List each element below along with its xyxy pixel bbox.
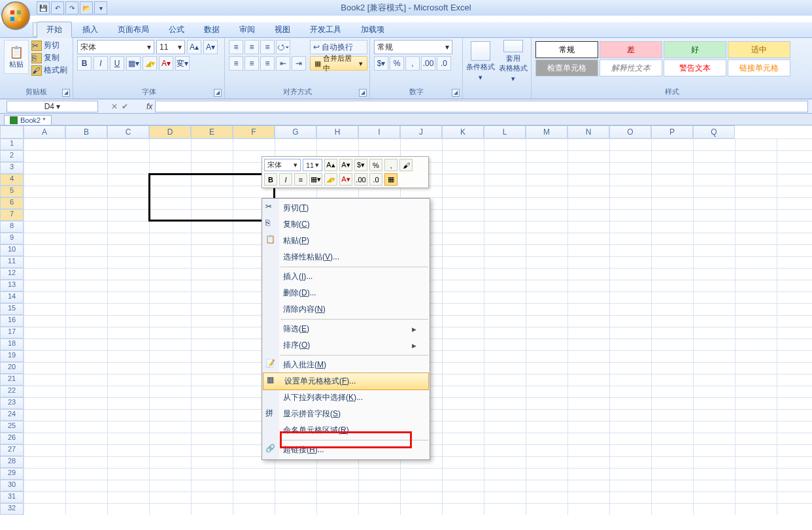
row-header-6[interactable]: 6 [0, 197, 24, 209]
row-header-7[interactable]: 7 [0, 209, 24, 221]
format-painter-button[interactable]: 🖌格式刷 [31, 65, 67, 76]
row-header-28[interactable]: 28 [0, 456, 24, 468]
mini-dec-dec[interactable]: .0 [369, 173, 382, 186]
row-header-9[interactable]: 9 [0, 233, 24, 244]
context-item-从下拉列表中选择[interactable]: 从下拉列表中选择(K)... [262, 389, 430, 406]
col-header-L[interactable]: L [484, 125, 526, 139]
col-header-Q[interactable]: Q [693, 125, 735, 139]
row-header-11[interactable]: 11 [0, 256, 24, 268]
row-header-12[interactable]: 12 [0, 268, 24, 280]
styles-gallery[interactable]: 常规差好适中检查单元格解释性文本警告文本链接单元格 [535, 41, 808, 76]
enter-icon[interactable]: ✔ [122, 102, 128, 111]
name-box[interactable]: D4 ▾ [7, 101, 98, 112]
style-cell-7[interactable]: 链接单元格 [728, 59, 790, 76]
fill-color-button[interactable]: ◢▾ [143, 56, 157, 71]
tab-dev[interactable]: 开发工具 [301, 22, 350, 37]
row-header-32[interactable]: 32 [0, 503, 24, 515]
tab-view[interactable]: 视图 [265, 22, 299, 37]
qat-undo[interactable]: ↶ [51, 1, 64, 14]
row-header-4[interactable]: 4 [0, 174, 24, 186]
row-header-25[interactable]: 25 [0, 421, 24, 433]
col-header-F[interactable]: F [233, 125, 275, 139]
mini-font-combo[interactable]: 宋体▾ [264, 159, 301, 171]
row-header-31[interactable]: 31 [0, 491, 24, 503]
row-header-8[interactable]: 8 [0, 221, 24, 233]
row-header-1[interactable]: 1 [0, 139, 24, 150]
orientation-button[interactable]: ⭯▾ [276, 40, 290, 54]
mini-format-painter[interactable]: 🖌 [399, 159, 413, 171]
context-item-粘贴[interactable]: 粘贴(P)📋 [262, 233, 430, 249]
increase-font-button[interactable]: A▴ [187, 40, 201, 54]
font-color-button[interactable]: A▾ [159, 56, 173, 71]
col-header-M[interactable]: M [526, 125, 567, 139]
row-header-30[interactable]: 30 [0, 480, 24, 491]
tab-addins[interactable]: 加载项 [352, 22, 394, 37]
tab-review[interactable]: 审阅 [230, 22, 264, 37]
percent-button[interactable]: % [390, 56, 404, 71]
style-cell-2[interactable]: 好 [664, 41, 726, 58]
tab-insert[interactable]: 插入 [73, 22, 107, 37]
border-button[interactable]: ▦▾ [126, 56, 141, 71]
row-header-17[interactable]: 17 [0, 327, 24, 339]
mini-fontcolor[interactable]: A▾ [339, 173, 352, 186]
context-item-复制[interactable]: 复制(C)⎘ [262, 216, 430, 233]
col-header-I[interactable]: I [358, 125, 400, 139]
merge-center-button[interactable]: ▦ 合并后居中 ▾ [310, 56, 367, 71]
font-launcher[interactable]: ◢ [214, 89, 222, 97]
align-center-button[interactable]: ≡ [245, 56, 259, 71]
wrap-text-button[interactable]: ↩ 自动换行 [310, 40, 367, 54]
tab-data[interactable]: 数据 [195, 22, 229, 37]
col-header-G[interactable]: G [275, 125, 316, 139]
context-item-剪切[interactable]: 剪切(T)✂ [262, 200, 430, 216]
align-right-button[interactable]: ≡ [260, 56, 275, 71]
col-header-O[interactable]: O [609, 125, 651, 139]
qat-redo[interactable]: ↷ [65, 1, 78, 14]
col-header-D[interactable]: D [149, 125, 191, 139]
col-header-B[interactable]: B [65, 125, 107, 139]
cells-area[interactable]: 宋体▾ 11▾ A▴ A▾ $▾ % , 🖌 B I ≡ ▦▾ ◢▾ A▾ .0… [24, 139, 812, 515]
context-item-设置单元格格式[interactable]: 设置单元格格式(F)...▦ [263, 373, 429, 390]
context-item-删除[interactable]: 删除(D)... [262, 285, 430, 301]
row-header-14[interactable]: 14 [0, 291, 24, 303]
copy-button[interactable]: ⎘复制 [31, 52, 67, 63]
mini-shrink-font[interactable]: A▾ [339, 159, 352, 171]
qat-more[interactable]: ▾ [94, 1, 107, 14]
col-header-A[interactable]: A [24, 125, 65, 139]
underline-button[interactable]: U [110, 56, 124, 71]
context-item-清除内容[interactable]: 清除内容(N) [262, 301, 430, 318]
mini-merge[interactable]: ▦ [384, 173, 398, 186]
mini-fill[interactable]: ◢▾ [324, 173, 337, 186]
row-header-15[interactable]: 15 [0, 303, 24, 315]
select-all-corner[interactable] [0, 125, 24, 139]
mini-inc-dec[interactable]: .00 [354, 173, 367, 186]
number-format-combo[interactable]: 常规▾ [374, 40, 452, 54]
style-cell-4[interactable]: 检查单元格 [535, 59, 598, 76]
mini-align[interactable]: ≡ [294, 173, 307, 186]
row-header-22[interactable]: 22 [0, 386, 24, 397]
align-mid-button[interactable]: ≡ [245, 40, 259, 54]
dec-decimal-button[interactable]: .0 [437, 56, 451, 71]
row-header-3[interactable]: 3 [0, 162, 24, 174]
font-name-combo[interactable]: 宋体▾ [77, 40, 154, 54]
indent-dec-button[interactable]: ⇤ [276, 56, 290, 71]
indent-inc-button[interactable]: ⇥ [292, 56, 306, 71]
row-header-24[interactable]: 24 [0, 409, 24, 421]
qat-save[interactable]: 💾 [37, 1, 50, 14]
row-header-13[interactable]: 13 [0, 280, 24, 291]
table-format-button[interactable]: 套用 表格格式▾ [497, 40, 530, 83]
decrease-font-button[interactable]: A▾ [203, 40, 218, 54]
bold-button[interactable]: B [77, 56, 92, 71]
col-header-K[interactable]: K [442, 125, 484, 139]
context-item-命名单元格区域[interactable]: 命名单元格区域(R)... [262, 422, 430, 439]
row-header-29[interactable]: 29 [0, 468, 24, 480]
row-header-16[interactable]: 16 [0, 315, 24, 327]
conditional-format-button[interactable]: 条件格式▾ [464, 40, 497, 83]
context-item-排序[interactable]: 排序(O)▶ [262, 337, 430, 354]
inc-decimal-button[interactable]: .00 [421, 56, 435, 71]
row-header-10[interactable]: 10 [0, 244, 24, 256]
row-header-20[interactable]: 20 [0, 362, 24, 374]
workbook-tab[interactable]: Book2 * [4, 115, 52, 125]
row-header-23[interactable]: 23 [0, 397, 24, 409]
paste-button[interactable]: 📋 粘贴 [4, 40, 29, 74]
row-header-26[interactable]: 26 [0, 433, 24, 444]
